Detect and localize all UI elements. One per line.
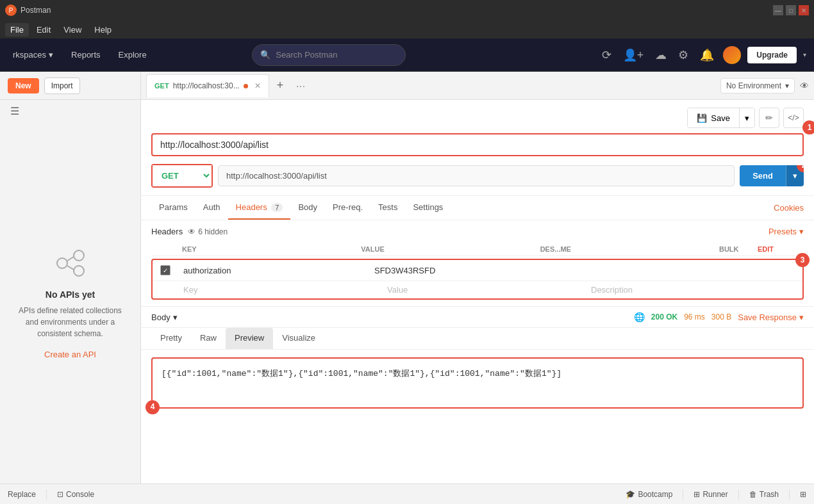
next-row-desc[interactable]: Description: [591, 285, 795, 295]
body-label: Body ▾: [151, 313, 178, 322]
sync-icon[interactable]: ⟳: [599, 45, 614, 65]
import-button[interactable]: Import: [44, 77, 80, 94]
tab-params[interactable]: Params: [151, 196, 195, 220]
header-key-cell[interactable]: authorization: [183, 266, 374, 275]
cookies-link[interactable]: Cookies: [774, 203, 804, 213]
code-icon: </>: [788, 113, 799, 122]
svg-point-2: [74, 266, 84, 276]
hidden-headers-badge[interactable]: 👁 6 hidden: [188, 227, 228, 236]
presets-button[interactable]: Presets ▾: [768, 227, 804, 236]
menu-edit[interactable]: Edit: [31, 23, 56, 37]
method-selector[interactable]: GET POST PUT DELETE PATCH: [153, 165, 212, 186]
search-icon: 🔍: [260, 50, 270, 60]
url-display[interactable]: http://localhost:3000/api/list: [160, 140, 269, 150]
save-dropdown-button[interactable]: ▾: [739, 108, 754, 127]
response-body-container: 4 [{"id":1001,"name":"数据1"},{"id":1001,"…: [141, 350, 814, 484]
tab-modified-dot: [244, 84, 248, 88]
workspace-selector[interactable]: rkspaces ▾: [8, 47, 58, 62]
filter-icon[interactable]: ☰: [8, 103, 22, 119]
header-checkbox[interactable]: ✓: [160, 265, 183, 275]
tab-add-button[interactable]: +: [272, 76, 289, 95]
tab-settings[interactable]: Settings: [405, 196, 451, 220]
window-controls[interactable]: — □ ✕: [773, 5, 809, 15]
header-value-cell[interactable]: SFD3W43RSFD: [374, 266, 565, 275]
tab-method: GET: [154, 82, 169, 90]
bottom-runner[interactable]: ⊞ Runner: [694, 490, 727, 499]
new-button[interactable]: New: [8, 78, 39, 93]
checkmark-icon: ✓: [163, 267, 168, 274]
environment-dropdown[interactable]: No Environment ▾: [720, 78, 795, 93]
menu-file[interactable]: File: [5, 23, 29, 37]
header-row-container: 3 ✓ authorization SFD3W43RSFD Key Valu: [151, 259, 804, 300]
workspace-label: rkspaces: [13, 50, 46, 60]
settings-icon[interactable]: ⚙: [676, 45, 691, 65]
body-chevron[interactable]: ▾: [173, 313, 178, 322]
api-icon[interactable]: ☁: [652, 45, 669, 65]
svg-line-3: [67, 257, 74, 261]
tab-prereq[interactable]: Pre-req.: [325, 196, 370, 220]
main-layout: New Import ☰ No APIs yet APIs define rel…: [0, 72, 814, 484]
tab-close-button[interactable]: ✕: [254, 81, 261, 90]
resp-tab-visualize[interactable]: Visualize: [273, 328, 324, 349]
bottom-replace[interactable]: Replace: [8, 490, 36, 499]
headers-row: Headers 👁 6 hidden Presets ▾: [151, 227, 804, 236]
nav-reports[interactable]: Reports: [66, 47, 106, 62]
upgrade-button[interactable]: Upgrade: [747, 47, 797, 63]
console-icon: ⊡: [57, 490, 63, 499]
bottom-bootcamp[interactable]: 🎓 Bootcamp: [626, 490, 672, 499]
environment-eye-icon[interactable]: 👁: [800, 81, 809, 91]
active-tab[interactable]: GET http://localhost:30... ✕: [146, 74, 269, 97]
bottom-trash[interactable]: 🗑 Trash: [749, 490, 779, 499]
console-label: Console: [66, 490, 94, 499]
search-placeholder: Search Postman: [276, 50, 337, 60]
close-button[interactable]: ✕: [799, 5, 809, 15]
search-bar[interactable]: 🔍 Search Postman: [252, 44, 406, 66]
nav-explore[interactable]: Explore: [113, 47, 152, 62]
eye-icon: 👁: [188, 227, 195, 236]
response-time: 96 ms: [684, 313, 705, 321]
save-disk-icon: 💾: [697, 113, 707, 123]
save-response-chevron: ▾: [799, 313, 804, 322]
checkbox[interactable]: ✓: [160, 265, 170, 275]
send-button-group: 2 Send ▾: [740, 165, 804, 186]
sidebar-content: No APIs yet APIs define related collecti…: [0, 122, 140, 484]
pencil-icon: ✏: [765, 113, 773, 123]
nav-extra-chevron[interactable]: ▾: [803, 51, 806, 58]
minimize-button[interactable]: —: [773, 5, 783, 15]
create-api-link[interactable]: Create an API: [44, 350, 96, 359]
bottom-extra[interactable]: ⊞: [800, 490, 806, 499]
next-row-value[interactable]: Value: [387, 285, 591, 295]
resp-tab-raw[interactable]: Raw: [191, 328, 226, 349]
runner-label: Runner: [702, 490, 727, 499]
annotation-3: 3: [795, 253, 810, 267]
menu-view[interactable]: View: [58, 23, 87, 37]
edit-button[interactable]: ✏: [759, 108, 779, 128]
headers-count-badge: 7: [271, 203, 283, 212]
runner-icon: ⊞: [694, 490, 700, 499]
tab-body[interactable]: Body: [290, 196, 325, 220]
annotation-1: 1: [802, 120, 814, 134]
header-next-row: Key Value Description: [153, 280, 802, 298]
bell-icon[interactable]: 🔔: [697, 45, 717, 65]
tab-auth[interactable]: Auth: [195, 196, 228, 220]
maximize-button[interactable]: □: [786, 5, 796, 15]
send-button[interactable]: Send: [740, 165, 786, 186]
menu-help[interactable]: Help: [89, 23, 117, 37]
user-avatar[interactable]: [723, 46, 741, 64]
save-response-button[interactable]: Save Response ▾: [738, 313, 804, 322]
tab-more-button[interactable]: ···: [291, 78, 311, 93]
resp-tab-pretty[interactable]: Pretty: [151, 328, 191, 349]
request-area: 💾 Save ▾ ✏ </> 1 http://localhost:3000/: [141, 100, 814, 196]
resp-tab-preview[interactable]: Preview: [226, 328, 273, 349]
tab-tests[interactable]: Tests: [370, 196, 405, 220]
save-chevron-icon: ▾: [745, 113, 749, 123]
tab-headers[interactable]: Headers 7: [228, 196, 291, 220]
save-button[interactable]: 💾 Save: [688, 108, 739, 127]
code-button[interactable]: </>: [783, 108, 804, 128]
nav-icons: ⟳ 👤+ ☁ ⚙ 🔔 Upgrade ▾: [599, 45, 806, 65]
next-row-key[interactable]: Key: [183, 285, 387, 295]
url-input[interactable]: [218, 165, 735, 186]
col-check-header: [159, 245, 182, 253]
add-user-icon[interactable]: 👤+: [620, 45, 647, 65]
bottom-console[interactable]: ⊡ Console: [57, 490, 94, 499]
